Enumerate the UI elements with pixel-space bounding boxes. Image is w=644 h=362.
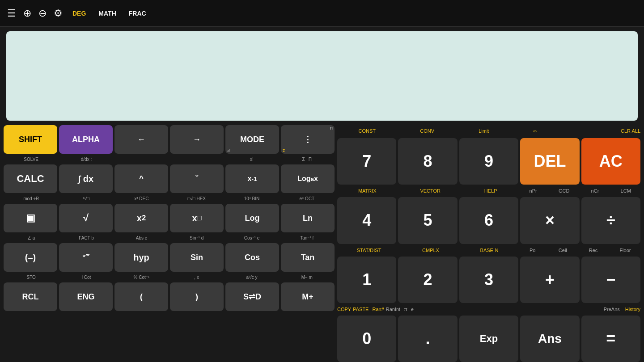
conv-label[interactable]: CONV	[420, 128, 434, 134]
num9-button[interactable]: 9	[459, 138, 518, 185]
ranint-label[interactable]: RanInt	[386, 307, 400, 312]
settings-icon[interactable]: ⚙	[54, 8, 63, 19]
std-button[interactable]: S⇌D	[225, 282, 279, 311]
zoom-in-icon[interactable]: ⊕	[23, 8, 31, 19]
cos-button[interactable]: Cos	[225, 243, 279, 272]
cmplx-label[interactable]: CMPLX	[422, 248, 439, 253]
sin-button[interactable]: Sin	[170, 243, 224, 272]
top-function-labels: CONST CONV Limit ∞	[337, 128, 558, 134]
num6-button[interactable]: 6	[459, 197, 518, 244]
num2-button[interactable]: 2	[398, 257, 457, 303]
frac-button[interactable]: ▣	[4, 204, 57, 232]
ceil-label[interactable]: Ceil	[559, 248, 567, 253]
rcl-button[interactable]: RCL	[4, 282, 57, 311]
e-label[interactable]: e	[411, 307, 414, 312]
stat-label[interactable]: STAT/DIST	[357, 248, 381, 253]
num4-button[interactable]: 4	[337, 197, 396, 244]
npr-label[interactable]: nPr	[530, 188, 537, 194]
eq-button[interactable]: =	[581, 316, 640, 362]
sublabel-row2: mod ÷R ³√□ x³ DEC □√□ HEX 10ˣ BIN eˣ OCT	[4, 194, 335, 203]
row-frac: ▣ √ x2 x□ Log Ln	[4, 204, 335, 232]
rannum-label[interactable]: Ran#	[372, 307, 384, 312]
intdx-button[interactable]: ∫ dx	[59, 164, 113, 193]
row-rcl: RCL ENG ( ) S⇌D M+	[4, 282, 335, 311]
paste-label[interactable]: PASTE	[353, 307, 369, 312]
ac-button[interactable]: AC	[581, 138, 640, 185]
xsq-button[interactable]: x2	[114, 204, 168, 232]
right-mid2-labels: STAT/DIST CMPLX BASE-N Pol Ceil Rec Floo…	[337, 245, 640, 255]
menu-icon[interactable]: ☰	[7, 8, 16, 19]
xbox-button[interactable]: x□	[170, 204, 224, 232]
gcd-label[interactable]: GCD	[559, 188, 569, 194]
neg-button[interactable]: (–)	[4, 243, 57, 272]
down-button[interactable]: ˇ	[170, 164, 224, 193]
right-bottom-labels: COPY PASTE Ran# RanInt π e PreAns Histor…	[337, 304, 640, 314]
eng-button[interactable]: ENG	[59, 282, 113, 311]
floor-label[interactable]: Floor	[619, 248, 631, 253]
num7-button[interactable]: 7	[337, 138, 396, 185]
mplus-button[interactable]: M+	[281, 282, 335, 311]
hyp-button[interactable]: hyp	[114, 243, 168, 272]
num8-button[interactable]: 8	[398, 138, 457, 185]
mode-deg-button[interactable]: DEG	[70, 8, 89, 19]
preans-label[interactable]: PreAns	[604, 307, 620, 312]
help-label[interactable]: HELP	[484, 188, 497, 194]
header: ☰ ⊕ ⊖ ⚙ DEG MATH FRAC	[0, 0, 644, 27]
numrow-3: 1 2 3 + −	[337, 257, 640, 303]
zoom-out-icon[interactable]: ⊖	[38, 8, 47, 19]
rparen-button[interactable]: )	[170, 282, 224, 311]
inf-label[interactable]: ∞	[534, 128, 537, 134]
del-button[interactable]: DEL	[520, 138, 579, 185]
row-neg: (–) °‴ hyp Sin Cos Tan	[4, 243, 335, 272]
num1-button[interactable]: 1	[337, 257, 396, 303]
lparen-button[interactable]: (	[114, 282, 168, 311]
alpha-button[interactable]: ALPHA	[59, 125, 113, 154]
vector-label[interactable]: VECTOR	[420, 188, 441, 194]
const-label[interactable]: CONST	[359, 128, 376, 134]
numrow-2: 4 5 6 × ÷	[337, 197, 640, 244]
mode-button[interactable]: MODE x!	[225, 125, 279, 154]
logax-button[interactable]: Logax	[281, 164, 335, 193]
up-button[interactable]: ^	[114, 164, 168, 193]
copy-label[interactable]: COPY	[337, 307, 351, 312]
calculator-display	[6, 31, 638, 121]
num3-button[interactable]: 3	[459, 257, 518, 303]
lcm-label[interactable]: LCM	[621, 188, 631, 194]
calculator-body: SHIFT SOLVE ALPHA ← → MODE x! ⋮ Σ Π SOLV…	[0, 125, 644, 362]
matrix-label[interactable]: MATRIX	[358, 188, 377, 194]
xinv-button[interactable]: x-1	[225, 164, 279, 193]
degree-button[interactable]: °‴	[59, 243, 113, 272]
ans-button[interactable]: Ans	[520, 316, 579, 362]
pi-label[interactable]: π	[404, 307, 407, 312]
mul-button[interactable]: ×	[520, 197, 579, 244]
tan-button[interactable]: Tan	[281, 243, 335, 272]
sub-button[interactable]: −	[581, 257, 640, 303]
basen-label[interactable]: BASE-N	[480, 248, 499, 253]
exp-button[interactable]: Exp	[459, 316, 518, 362]
num5-button[interactable]: 5	[398, 197, 457, 244]
more-button[interactable]: ⋮ Σ Π	[281, 125, 335, 154]
right-arrow-button[interactable]: →	[170, 125, 224, 154]
left-arrow-button[interactable]: ←	[114, 125, 168, 154]
div-button[interactable]: ÷	[581, 197, 640, 244]
left-panel: SHIFT SOLVE ALPHA ← → MODE x! ⋮ Σ Π SOLV…	[4, 125, 335, 362]
numrow-4: 0 . Exp Ans =	[337, 316, 640, 362]
limit-label[interactable]: Limit	[479, 128, 489, 134]
num0-button[interactable]: 0	[337, 316, 396, 362]
history-label[interactable]: History	[625, 307, 640, 312]
clrall-label: CLR ALL	[560, 128, 640, 134]
mode-math-button[interactable]: MATH	[96, 8, 119, 19]
row-calc: CALC ∫ dx ^ ˇ x-1 Logax	[4, 164, 335, 193]
log-button[interactable]: Log	[225, 204, 279, 232]
add-button[interactable]: +	[520, 257, 579, 303]
rec-label[interactable]: Rec	[589, 248, 598, 253]
ln-button[interactable]: Ln	[281, 204, 335, 232]
calc-button[interactable]: CALC	[4, 164, 57, 193]
ncr-label[interactable]: nCr	[591, 188, 599, 194]
sqrt-button[interactable]: √	[59, 204, 113, 232]
shift-button[interactable]: SHIFT SOLVE	[4, 125, 57, 154]
dot-button[interactable]: .	[398, 316, 457, 362]
mode-frac-button[interactable]: FRAC	[126, 8, 149, 19]
pol-label[interactable]: Pol	[530, 248, 537, 253]
sublabel-row1: SOLVE d/dx : x! ΣΠ	[4, 155, 335, 164]
